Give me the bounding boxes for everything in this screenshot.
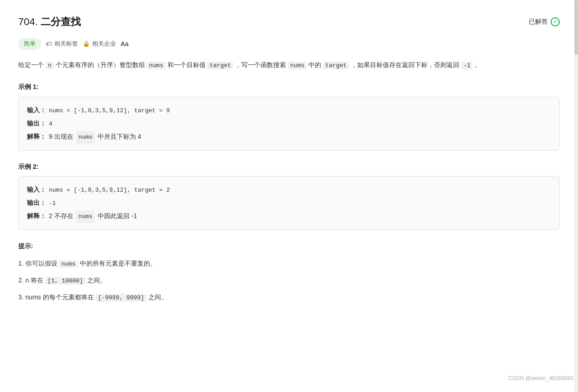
example-2-output-label: 输出： <box>27 196 46 209</box>
example-2-explain-line: 解释： 2 不存在 nums 中因此返回 -1 <box>27 209 551 223</box>
hint-1-index: 1. <box>18 260 24 267</box>
example-1-explain-code: nums <box>76 131 95 144</box>
example-2-input-line: 输入： nums = [-1,0,3,5,9,12], target = 2 <box>27 183 551 196</box>
example-1-output-line: 输出： 4 <box>27 117 551 130</box>
lock-icon: 🔒 <box>83 39 90 49</box>
hint-item-1: 1. 你可以假设 nums 中的所有元素是不重复的。 <box>18 258 560 269</box>
solved-label: 已解答 <box>529 16 548 26</box>
example-1-output-value: 4 <box>49 118 52 130</box>
example-1-explain-suffix: 中并且下标为 4 <box>98 130 141 143</box>
watermark: CSDN @weixin_48268093 <box>508 374 573 383</box>
example-1-input-label: 输入： <box>27 104 46 116</box>
hint-3-index: 3. <box>18 293 24 301</box>
font-size-toggle[interactable]: Aa <box>120 39 129 49</box>
related-tags-item[interactable]: 🏷 相关标签 <box>46 39 78 49</box>
example-1-explain-line: 解释： 9 出现在 nums 中并且下标为 4 <box>27 130 551 144</box>
hint-item-3: 3. nums 的每个元素都将在 [-9999, 9999] 之间。 <box>18 292 560 303</box>
solved-badge: 已解答 ✓ <box>529 16 560 26</box>
scrollbar-thumb[interactable] <box>574 0 578 55</box>
hint-2-index: 2. <box>18 277 24 284</box>
hint-2-code: [1, 10000] <box>45 277 85 285</box>
inline-code-nums2: nums <box>288 62 307 69</box>
hint-1-code: nums <box>59 260 78 268</box>
example-1-input-line: 输入： nums = [-1,0,3,5,9,12], target = 9 <box>27 104 551 117</box>
example-2-input-value: nums = [-1,0,3,5,9,12], target = 2 <box>49 184 170 196</box>
related-company-item[interactable]: 🔒 相关企业 <box>83 39 116 49</box>
example-1-box: 输入： nums = [-1,0,3,5,9,12], target = 9 输… <box>18 97 560 151</box>
example-2-box: 输入： nums = [-1,0,3,5,9,12], target = 2 输… <box>18 176 560 230</box>
scrollbar-track[interactable] <box>574 0 578 392</box>
example-2-explain-suffix: 中因此返回 -1 <box>98 209 137 222</box>
hint-2-prefix: n 将在 <box>26 277 44 284</box>
example-2-block: 示例 2: 输入： nums = [-1,0,3,5,9,12], target… <box>18 162 560 230</box>
example-2-title: 示例 2: <box>18 162 560 172</box>
header-row: 704. 二分查找 已解答 ✓ <box>18 14 560 30</box>
hints-section: 提示: 1. 你可以假设 nums 中的所有元素是不重复的。 2. n 将在 [… <box>18 241 560 303</box>
example-1-output-label: 输出： <box>27 117 46 130</box>
hint-1-suffix: 中的所有元素是不重复的。 <box>80 260 156 267</box>
related-tags-label: 相关标签 <box>54 39 78 49</box>
hint-3-code: [-9999, 9999] <box>96 294 146 302</box>
inline-code-neg1: -1 <box>461 62 473 69</box>
hint-item-2: 2. n 将在 [1, 10000] 之间。 <box>18 275 560 286</box>
related-company-label: 相关企业 <box>92 39 116 49</box>
inline-code-target1: target <box>207 62 233 69</box>
hint-1-prefix: 你可以假设 <box>26 260 57 267</box>
problem-title: 704. 二分查找 <box>18 14 81 30</box>
hint-3-prefix: nums 的每个元素都将在 <box>26 293 94 301</box>
hint-3-suffix: 之间。 <box>148 293 167 301</box>
example-1-explain-prefix: 9 出现在 <box>49 130 73 143</box>
page-container: 704. 二分查找 已解答 ✓ 简单 🏷 相关标签 🔒 相关企业 Aa 给定一个… <box>0 0 578 392</box>
example-2-input-label: 输入： <box>27 183 46 196</box>
tag-icon: 🏷 <box>46 39 52 49</box>
example-2-explain-prefix: 2 不存在 <box>49 209 73 222</box>
inline-code-target2: target <box>323 62 349 69</box>
hint-2-suffix: 之间。 <box>87 277 106 284</box>
problem-number: 704. <box>18 16 38 27</box>
example-1-block: 示例 1: 输入： nums = [-1,0,3,5,9,12], target… <box>18 82 560 150</box>
example-1-title: 示例 1: <box>18 82 560 92</box>
example-1-explain-label: 解释： <box>27 130 46 143</box>
difficulty-tag[interactable]: 简单 <box>18 38 41 50</box>
inline-code-n: n <box>46 62 54 69</box>
solved-check-icon: ✓ <box>551 17 560 26</box>
example-1-input-value: nums = [-1,0,3,5,9,12], target = 9 <box>49 105 170 117</box>
problem-title-text: 二分查找 <box>41 16 81 27</box>
example-2-explain-code: nums <box>76 210 95 223</box>
example-2-output-value: -1 <box>49 198 56 209</box>
tags-row: 简单 🏷 相关标签 🔒 相关企业 Aa <box>18 38 560 50</box>
hints-title: 提示: <box>18 241 560 251</box>
example-2-explain-label: 解释： <box>27 209 46 222</box>
example-2-output-line: 输出： -1 <box>27 196 551 209</box>
inline-code-nums1: nums <box>146 62 165 69</box>
problem-description: 给定一个 n 个元素有序的（升序）整型数组 nums 和一个目标值 target… <box>18 59 560 71</box>
